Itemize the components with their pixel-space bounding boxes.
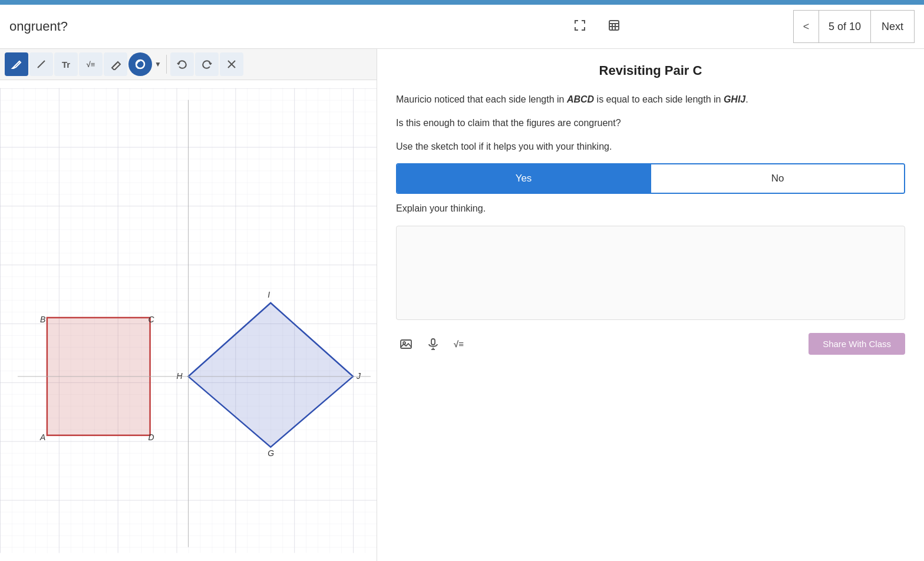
close-tool[interactable]	[220, 52, 243, 76]
svg-rect-14	[431, 339, 435, 345]
ghij-label: GHIJ	[724, 94, 745, 104]
textarea-toolbar: √≡ Share With Class	[396, 329, 905, 358]
label-j: J	[356, 371, 361, 381]
label-c: C	[148, 315, 155, 324]
image-insert-button[interactable]	[396, 335, 416, 353]
header-icons	[401, 16, 793, 37]
pencil-tool[interactable]	[5, 52, 28, 76]
abcd-label: ABCD	[567, 94, 594, 104]
formula-insert-button[interactable]: √≡	[450, 336, 467, 351]
svg-line-6	[38, 61, 45, 68]
drawing-surface[interactable]: A B C D I H J G	[0, 80, 377, 561]
shape-tool[interactable]	[128, 52, 152, 76]
body-part2: is equal to each side length in	[594, 94, 724, 104]
text-tool[interactable]: Tr	[54, 52, 78, 76]
navigation: < 5 of 10 Next	[793, 10, 915, 43]
svg-line-5	[18, 61, 19, 62]
label-h: H	[177, 371, 183, 381]
body-part1: Mauricio noticed that each side length i…	[396, 94, 567, 104]
question-title: Revisiting Pair C	[396, 63, 905, 78]
label-d: D	[148, 433, 154, 442]
grid-canvas-area[interactable]: A B C D I H J G	[0, 80, 377, 561]
yes-button[interactable]: Yes	[397, 164, 650, 193]
explain-textarea[interactable]	[396, 226, 905, 320]
back-button[interactable]: <	[793, 10, 819, 43]
page-title: ongruent?	[9, 19, 401, 34]
label-i: I	[268, 290, 270, 299]
sketch-panel: Tr √≡ ▼	[0, 49, 377, 561]
top-bar	[0, 0, 924, 5]
question-body: Mauricio noticed that each side length i…	[396, 93, 905, 107]
no-button[interactable]: No	[651, 164, 904, 193]
mic-button[interactable]	[423, 335, 443, 353]
answer-buttons: Yes No	[396, 163, 905, 194]
hint-text: Use the sketch tool if it helps you with…	[396, 140, 905, 154]
svg-rect-12	[401, 340, 411, 348]
shape-dropdown[interactable]: ▼	[153, 59, 163, 70]
next-button[interactable]: Next	[871, 10, 915, 43]
eraser-tool[interactable]	[104, 52, 127, 76]
main-content: Tr √≡ ▼	[0, 49, 924, 561]
explain-label: Explain your thinking.	[396, 203, 905, 214]
label-a: A	[39, 433, 45, 442]
svg-rect-0	[609, 21, 619, 30]
right-panel: Revisiting Pair C Mauricio noticed that …	[377, 49, 924, 561]
subquestion: Is this enough to claim that the figures…	[396, 116, 905, 130]
drawing-toolbar: Tr √≡ ▼	[0, 49, 377, 80]
redo-tool[interactable]	[195, 52, 219, 76]
body-part3: .	[745, 94, 748, 104]
share-with-class-button[interactable]: Share With Class	[808, 333, 905, 355]
formula-tool[interactable]: √≡	[79, 52, 103, 76]
toolbar-separator	[166, 55, 167, 74]
page-counter: 5 of 10	[819, 10, 871, 43]
undo-tool[interactable]	[170, 52, 194, 76]
header-bar: ongruent? < 5 of 10 Next	[0, 5, 924, 49]
calculator-icon[interactable]	[603, 16, 625, 37]
label-g: G	[268, 448, 274, 458]
label-b: B	[40, 315, 45, 324]
line-tool[interactable]	[29, 52, 53, 76]
expand-icon[interactable]	[569, 16, 591, 37]
